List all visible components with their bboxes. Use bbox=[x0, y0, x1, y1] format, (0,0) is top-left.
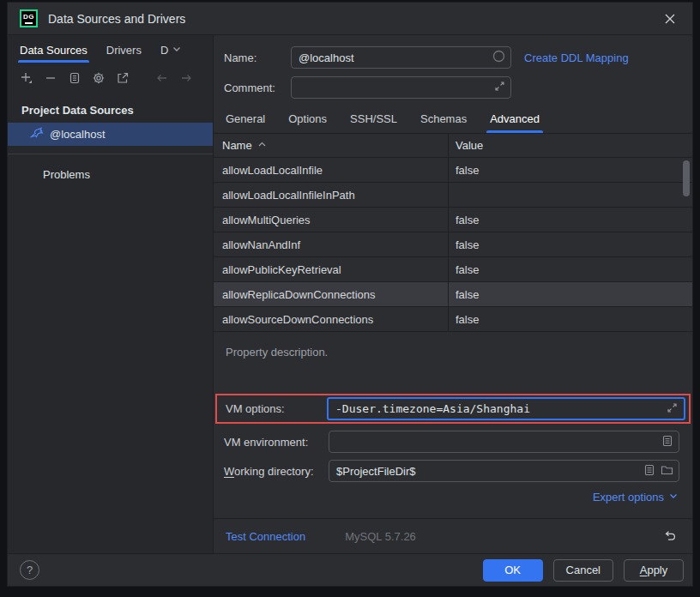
forward-arrow-icon[interactable] bbox=[176, 68, 196, 88]
dialog-title: Data Sources and Drivers bbox=[48, 12, 185, 26]
apply-button[interactable]: Apply bbox=[624, 559, 684, 582]
revert-icon[interactable] bbox=[660, 526, 680, 546]
working-directory-label-rest: orking directory: bbox=[234, 465, 313, 478]
settings-tabs: General Options SSH/SSL Schemas Advanced bbox=[224, 106, 682, 133]
scrollbar-thumb[interactable] bbox=[683, 160, 690, 196]
working-directory-value: $ProjectFileDir$ bbox=[336, 465, 638, 478]
chevron-down-icon[interactable] bbox=[668, 491, 679, 504]
variables-list-icon[interactable] bbox=[643, 464, 655, 479]
column-header-name[interactable]: Name bbox=[214, 134, 449, 157]
ok-button[interactable]: OK bbox=[483, 559, 543, 582]
tab-general[interactable]: General bbox=[226, 112, 265, 133]
property-name-cell[interactable]: allowSourceDownConnections bbox=[214, 307, 449, 331]
table-row[interactable]: allowReplicaDownConnections false bbox=[214, 282, 692, 307]
apply-label-rest: pply bbox=[647, 564, 667, 576]
sort-ascending-icon bbox=[257, 139, 267, 152]
tree-item-localhost[interactable]: @localhost bbox=[8, 123, 213, 146]
connection-form: Name: @localhost Create DDL Mapping Comm… bbox=[214, 35, 692, 133]
advanced-table-body: allowLoadLocalInfile false allowLoadLoca… bbox=[214, 158, 692, 332]
table-row[interactable]: allowMultiQueries false bbox=[214, 208, 692, 232]
working-directory-input[interactable]: $ProjectFileDir$ bbox=[329, 460, 679, 482]
expand-icon[interactable] bbox=[494, 81, 505, 94]
tab-schemas[interactable]: Schemas bbox=[420, 112, 467, 133]
tab-options[interactable]: Options bbox=[288, 112, 327, 133]
test-connection-link[interactable]: Test Connection bbox=[226, 530, 305, 543]
driver-version: MySQL 5.7.26 bbox=[345, 530, 416, 543]
property-value-cell[interactable]: false bbox=[449, 232, 681, 256]
tab-drivers[interactable]: Drivers bbox=[106, 44, 142, 63]
property-name-cell[interactable]: allowMultiQueries bbox=[214, 208, 449, 232]
left-panel-toolbar bbox=[8, 63, 213, 92]
working-directory-row: Working directory: $ProjectFileDir$ bbox=[214, 460, 692, 482]
back-arrow-icon[interactable] bbox=[152, 68, 172, 88]
property-value-cell[interactable]: false bbox=[449, 282, 681, 306]
property-value-cell[interactable]: false bbox=[449, 158, 681, 182]
name-column-label: Name bbox=[222, 139, 252, 152]
property-value-cell[interactable]: false bbox=[449, 257, 681, 281]
tab-truncated-label: D bbox=[160, 44, 168, 57]
tab-advanced[interactable]: Advanced bbox=[490, 112, 540, 133]
comment-label: Comment: bbox=[224, 81, 291, 94]
datagrip-logo-underline bbox=[25, 22, 33, 24]
property-value-cell[interactable]: false bbox=[449, 208, 681, 232]
vm-environment-row: VM environment: bbox=[214, 431, 692, 453]
comment-input[interactable] bbox=[291, 76, 511, 99]
property-name-cell[interactable]: allowPublicKeyRetrieval bbox=[214, 257, 449, 281]
close-icon[interactable] bbox=[660, 9, 680, 29]
working-directory-label: Working directory: bbox=[224, 465, 329, 478]
test-connection-row: Test Connection MySQL 5.7.26 bbox=[214, 518, 692, 553]
refresh-ring-icon bbox=[492, 50, 505, 65]
name-input[interactable]: @localhost bbox=[291, 46, 511, 69]
vm-options-value: -Duser.timezone=Asia/Shanghai bbox=[335, 402, 667, 415]
folder-browse-icon[interactable] bbox=[661, 464, 673, 479]
left-panel: Data Sources Drivers D bbox=[8, 35, 214, 553]
property-name-cell[interactable]: allowNanAndInf bbox=[214, 232, 449, 256]
advanced-properties-table: Name Value allowLoadLocalInfile false al… bbox=[214, 133, 692, 332]
tree-divider bbox=[8, 154, 213, 154]
tab-data-sources[interactable]: Data Sources bbox=[20, 44, 88, 63]
expand-icon[interactable] bbox=[667, 402, 678, 416]
column-header-value[interactable]: Value bbox=[449, 139, 692, 152]
create-ddl-mapping-link[interactable]: Create DDL Mapping bbox=[524, 51, 629, 64]
property-name-cell[interactable]: allowLoadLocalInfile bbox=[214, 158, 449, 182]
title-bar: DG Data Sources and Drivers bbox=[8, 3, 692, 35]
settings-gear-icon[interactable] bbox=[88, 68, 109, 88]
left-panel-tabs: Data Sources Drivers D bbox=[8, 35, 213, 63]
cancel-button[interactable]: Cancel bbox=[553, 559, 613, 582]
tab-ssh-ssl[interactable]: SSH/SSL bbox=[350, 112, 397, 133]
apply-mnemonic: A bbox=[640, 564, 648, 576]
vm-environment-input[interactable] bbox=[329, 431, 679, 453]
table-header: Name Value bbox=[214, 134, 692, 158]
vm-environment-label: VM environment: bbox=[224, 436, 329, 449]
expert-options-link[interactable]: Expert options bbox=[593, 491, 664, 504]
help-question-mark: ? bbox=[27, 564, 33, 576]
table-row[interactable]: allowSourceDownConnections false bbox=[214, 307, 692, 332]
property-name-cell[interactable]: allowReplicaDownConnections bbox=[214, 282, 449, 306]
property-value-cell[interactable]: false bbox=[449, 307, 681, 331]
help-button[interactable]: ? bbox=[20, 560, 39, 580]
datagrip-logo-text: DG bbox=[23, 14, 34, 21]
table-row[interactable]: allowLoadLocalInfile false bbox=[214, 158, 692, 183]
duplicate-icon[interactable] bbox=[64, 68, 85, 88]
mysql-dolphin-icon bbox=[30, 126, 44, 142]
tree-item-label: @localhost bbox=[50, 128, 106, 141]
table-row[interactable]: allowLoadLocalInfileInPath bbox=[214, 183, 692, 208]
chevron-down-icon[interactable] bbox=[172, 44, 182, 57]
tab-ddl-mappings-truncated[interactable]: D bbox=[160, 44, 182, 63]
name-label: Name: bbox=[224, 51, 291, 64]
table-scrollbar[interactable] bbox=[682, 159, 691, 332]
add-data-source-icon[interactable] bbox=[16, 68, 37, 88]
variables-list-icon[interactable] bbox=[661, 435, 673, 449]
name-value: @localhost bbox=[299, 51, 487, 64]
open-in-new-icon[interactable] bbox=[112, 68, 133, 88]
tree-item-problems[interactable]: Problems bbox=[8, 163, 213, 186]
data-source-tree: Project Data Sources @localhost Problems bbox=[8, 92, 213, 553]
vm-options-input[interactable]: -Duser.timezone=Asia/Shanghai bbox=[327, 397, 685, 420]
property-value-cell[interactable] bbox=[449, 183, 681, 207]
table-row[interactable]: allowNanAndInf false bbox=[214, 232, 692, 257]
tree-group-header: Project Data Sources bbox=[8, 99, 213, 123]
data-sources-dialog: DG Data Sources and Drivers Data Sources… bbox=[7, 2, 693, 587]
table-row[interactable]: allowPublicKeyRetrieval false bbox=[214, 257, 692, 282]
remove-icon[interactable] bbox=[40, 68, 61, 88]
property-name-cell[interactable]: allowLoadLocalInfileInPath bbox=[214, 183, 449, 207]
